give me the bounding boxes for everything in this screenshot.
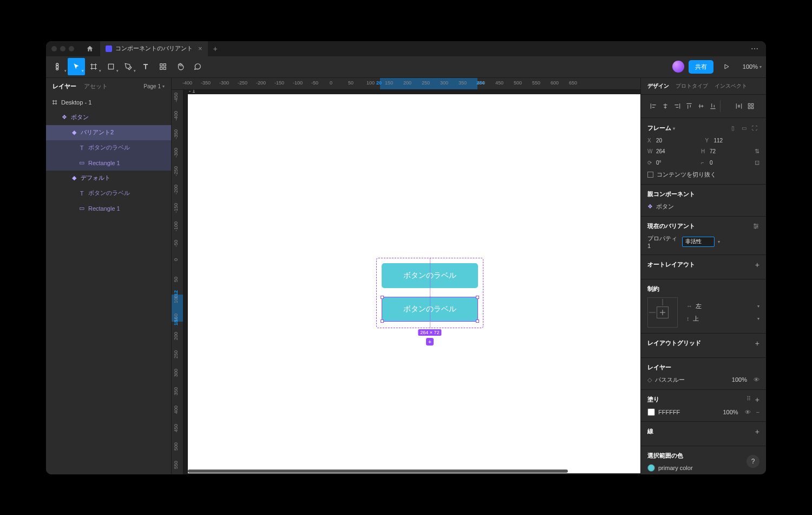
ruler-tick: 400: [173, 406, 179, 414]
help-button[interactable]: ?: [746, 455, 759, 468]
blend-mode[interactable]: パススルー: [655, 376, 729, 384]
rotation-value[interactable]: 0°: [656, 160, 672, 166]
fill-style-icon[interactable]: ⠿: [746, 395, 751, 404]
fill-opacity[interactable]: 100%: [723, 409, 738, 415]
resize-fit-icon[interactable]: ⛶: [750, 123, 759, 133]
layer-variant-default[interactable]: ◆ デフォルト: [46, 171, 171, 186]
traffic-max[interactable]: [69, 46, 74, 51]
align-left-icon[interactable]: [647, 100, 659, 112]
frame-title[interactable]: フレーム ▾: [647, 124, 675, 132]
comment-tool[interactable]: [189, 58, 206, 75]
prototype-tab[interactable]: プロトタイプ: [676, 82, 708, 90]
zoom-dropdown[interactable]: 100% ▾: [743, 63, 762, 70]
new-tab-button[interactable]: +: [213, 44, 218, 53]
align-bottom-icon[interactable]: [707, 100, 719, 112]
w-value[interactable]: 264: [656, 148, 672, 154]
fill-visibility-icon[interactable]: 👁: [745, 409, 751, 415]
traffic-close[interactable]: [51, 46, 57, 51]
move-tool[interactable]: ▾: [68, 58, 85, 75]
sel-handle-tr[interactable]: [476, 296, 479, 299]
color-swatch-primary[interactable]: [647, 464, 655, 472]
orient-v-icon[interactable]: ▯: [728, 123, 738, 133]
canvas-viewport[interactable]: - 1 ボタンのラベル ボタンのラベル 264 × 72 +: [184, 90, 640, 474]
independent-corners-icon[interactable]: ⊡: [755, 159, 759, 166]
remove-fill-icon[interactable]: −: [756, 409, 759, 415]
design-tab[interactable]: デザイン: [647, 82, 669, 90]
visibility-icon[interactable]: 👁: [754, 376, 759, 383]
color-name-1[interactable]: primary color: [658, 465, 693, 471]
file-tab[interactable]: コンポーネントのバリアント ×: [100, 41, 208, 56]
ruler-tick: 400: [477, 80, 485, 86]
shape-tool[interactable]: ▾: [102, 58, 120, 75]
fill-swatch[interactable]: [647, 408, 655, 416]
align-right-icon[interactable]: [671, 100, 683, 112]
align-hcenter-icon[interactable]: [659, 100, 671, 112]
svg-point-13: [754, 224, 755, 225]
main-menu-button[interactable]: ▾: [50, 58, 68, 75]
fill-hex[interactable]: FFFFFF: [658, 409, 719, 415]
distribute-icon[interactable]: [733, 100, 745, 112]
constraints-section: 制約 ↔左▾ ↕上▾: [641, 279, 766, 334]
h-scroll-thumb[interactable]: [188, 470, 568, 473]
assets-tab[interactable]: アセット: [84, 82, 108, 90]
orient-h-icon[interactable]: ▭: [739, 123, 749, 133]
x-value[interactable]: 20: [656, 138, 672, 144]
sel-handle-tl[interactable]: [381, 296, 384, 299]
home-icon[interactable]: [85, 44, 95, 54]
y-value[interactable]: 112: [714, 138, 730, 144]
parent-comp-name[interactable]: ボタン: [656, 203, 674, 211]
layer-rect-1[interactable]: ▭ Rectangle 1: [46, 155, 171, 171]
user-avatar[interactable]: [672, 61, 684, 73]
h-constraint[interactable]: 左: [696, 302, 702, 310]
hand-tool[interactable]: [172, 58, 189, 75]
ruler-horizontal[interactable]: 20 284 -400-350-300-250-200-150-100-5005…: [172, 78, 640, 90]
traffic-min[interactable]: [60, 46, 66, 51]
chevron-down-icon[interactable]: ▾: [757, 304, 759, 309]
layer-text-1[interactable]: T ボタンのラベル: [46, 140, 171, 155]
layer-opacity[interactable]: 100%: [732, 376, 747, 383]
layer-component-set[interactable]: ❖ ボタン: [46, 110, 171, 125]
h-scrollbar[interactable]: [188, 470, 635, 473]
chevron-down-icon[interactable]: ▾: [757, 316, 759, 321]
align-vcenter-icon[interactable]: [695, 100, 707, 112]
text-tool[interactable]: [137, 58, 154, 75]
layer-frame[interactable]: Desktop - 1: [46, 95, 171, 110]
page-selector[interactable]: Page 1 ▾: [143, 83, 165, 89]
sel-handle-bl[interactable]: [381, 320, 384, 323]
ruler-tick: 500: [173, 442, 179, 451]
inspect-tab[interactable]: インスペクト: [715, 82, 747, 90]
add-grid-button[interactable]: +: [755, 339, 759, 348]
chevron-down-icon[interactable]: ▾: [718, 239, 720, 244]
constrain-proportions-icon[interactable]: ⇅: [755, 148, 759, 155]
sel-handle-br[interactable]: [476, 320, 479, 323]
ruler-vertical[interactable]: 112 184 -450-400-350-300-250-200-150-100…: [172, 90, 184, 474]
clip-checkbox[interactable]: [647, 172, 653, 178]
variant-value-input[interactable]: [682, 237, 715, 247]
h-value[interactable]: 72: [710, 148, 726, 154]
radius-value[interactable]: 0: [710, 160, 726, 166]
layer-variant-2[interactable]: ◆ バリアント2: [46, 125, 171, 140]
variant-settings-icon[interactable]: [752, 223, 759, 230]
v-constraint[interactable]: 上: [693, 315, 699, 323]
layers-tab[interactable]: レイヤー: [53, 82, 76, 90]
add-stroke-button[interactable]: +: [755, 427, 759, 436]
artboard-label[interactable]: - 1: [189, 90, 195, 94]
layer-text-2[interactable]: T ボタンのラベル: [46, 186, 171, 201]
artboard[interactable]: ボタンのラベル ボタンのラベル 264 × 72 +: [188, 94, 640, 473]
present-button[interactable]: [718, 58, 735, 75]
pen-tool[interactable]: ▾: [120, 58, 137, 75]
ruler-tick: -100: [293, 80, 303, 86]
add-fill-button[interactable]: +: [755, 395, 759, 404]
add-variant-button[interactable]: +: [426, 338, 434, 345]
titlebar-menu[interactable]: ⋯: [749, 44, 761, 53]
align-top-icon[interactable]: [683, 100, 695, 112]
layer-rect-2[interactable]: ▭ Rectangle 1: [46, 201, 171, 216]
share-button[interactable]: 共有: [689, 60, 713, 74]
tidy-icon[interactable]: [745, 100, 757, 112]
component-icon: ❖: [647, 203, 653, 210]
resources-tool[interactable]: [154, 58, 172, 75]
add-autolayout-button[interactable]: +: [755, 260, 759, 269]
frame-tool[interactable]: ▾: [85, 58, 102, 75]
tab-close-icon[interactable]: ×: [198, 44, 202, 53]
constraint-widget[interactable]: [647, 297, 678, 328]
